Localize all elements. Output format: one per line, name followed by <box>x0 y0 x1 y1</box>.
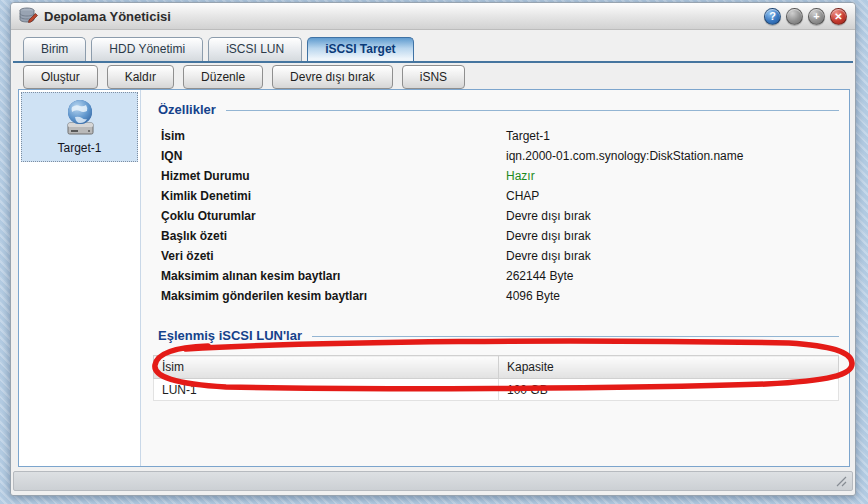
properties-heading-text: Özellikler <box>158 102 216 117</box>
property-value: 4096 Byte <box>506 289 560 303</box>
toolbar: Oluştur Kaldır Düzenle Devre dışı bırak … <box>13 61 853 90</box>
create-button[interactable]: Oluştur <box>23 65 98 89</box>
target-list-panel: Target-1 <box>19 90 141 466</box>
list-item-target-1[interactable]: Target-1 <box>21 92 138 162</box>
tab-strip: Birim HDD Yönetimi iSCSI LUN iSCSI Targe… <box>23 36 845 61</box>
mapped-lun-section-heading: Eşlenmiş iSCSI LUN'lar <box>158 328 839 343</box>
mapped-lun-heading-text: Eşlenmiş iSCSI LUN'lar <box>158 328 302 343</box>
window-title: Depolama Yöneticisi <box>44 9 171 24</box>
desktop-background: Depolama Yöneticisi ? + ✕ Birim HDD Yöne… <box>0 0 868 504</box>
property-value: Devre dışı bırak <box>506 229 591 243</box>
resize-grip[interactable] <box>834 475 848 487</box>
property-value: Devre dışı bırak <box>506 209 591 223</box>
window-titlebar[interactable]: Depolama Yöneticisi ? + ✕ <box>11 3 855 30</box>
property-label: Hizmet Durumu <box>161 169 506 183</box>
property-value: iqn.2000-01.com.synology:DiskStation.nam… <box>506 149 743 163</box>
mapped-lun-table: İsim Kapasite LUN-1 100 GB <box>153 355 839 401</box>
property-row: Maksimim alınan kesim baytları 262144 By… <box>153 266 839 286</box>
isns-button[interactable]: iSNS <box>402 65 465 89</box>
iscsi-target-icon <box>60 99 100 139</box>
property-row: Başlık özeti Devre dışı bırak <box>153 226 839 246</box>
lun-capacity-cell: 100 GB <box>499 379 839 401</box>
property-label: İsim <box>161 129 506 143</box>
properties-section-heading: Özellikler <box>158 102 839 117</box>
edit-button[interactable]: Düzenle <box>183 65 263 89</box>
target-detail-panel: Özellikler İsim Target-1 IQN iqn.2000-01… <box>141 90 849 466</box>
property-value: Devre dışı bırak <box>506 249 591 263</box>
property-label: Başlık özeti <box>161 229 506 243</box>
property-label: Maksimim gönderilen kesim baytları <box>161 289 506 303</box>
remove-button[interactable]: Kaldır <box>107 65 174 89</box>
service-status-value: Hazır <box>506 169 535 183</box>
column-header-capacity[interactable]: Kapasite <box>499 356 839 379</box>
help-button[interactable]: ? <box>764 8 781 25</box>
tab-iscsi-target[interactable]: iSCSI Target <box>307 37 413 61</box>
disable-button[interactable]: Devre dışı bırak <box>272 65 393 89</box>
property-value: 262144 Byte <box>506 269 573 283</box>
table-header-row: İsim Kapasite <box>154 356 839 379</box>
maximize-button[interactable]: + <box>808 8 825 25</box>
property-row: Maksimim gönderilen kesim baytları 4096 … <box>153 286 839 306</box>
status-bar <box>13 471 853 491</box>
minimize-button[interactable] <box>786 8 803 25</box>
property-row: IQN iqn.2000-01.com.synology:DiskStation… <box>153 146 839 166</box>
tab-birim[interactable]: Birim <box>23 37 86 61</box>
column-header-name[interactable]: İsim <box>154 356 499 379</box>
property-value: Target-1 <box>506 129 550 143</box>
close-button[interactable]: ✕ <box>830 8 847 25</box>
heading-rule <box>226 110 839 111</box>
property-label: Veri özeti <box>161 249 506 263</box>
target-item-label: Target-1 <box>57 141 101 155</box>
property-row: Veri özeti Devre dışı bırak <box>153 246 839 266</box>
property-value: CHAP <box>506 189 539 203</box>
storage-manager-icon <box>19 7 38 25</box>
window-controls: ? + ✕ <box>764 8 847 25</box>
property-row: Kimlik Denetimi CHAP <box>153 186 839 206</box>
property-row: İsim Target-1 <box>153 126 839 146</box>
table-row-lun-1[interactable]: LUN-1 100 GB <box>154 379 839 401</box>
tab-hdd-yonetimi[interactable]: HDD Yönetimi <box>91 37 203 61</box>
property-label: Kimlik Denetimi <box>161 189 506 203</box>
tab-iscsi-lun[interactable]: iSCSI LUN <box>208 37 302 61</box>
property-row: Hizmet Durumu Hazır <box>153 166 839 186</box>
lun-name-cell: LUN-1 <box>154 379 499 401</box>
property-row: Çoklu Oturumlar Devre dışı bırak <box>153 206 839 226</box>
storage-manager-window: Depolama Yöneticisi ? + ✕ Birim HDD Yöne… <box>10 2 856 496</box>
main-area: Target-1 Özellikler İsim Target-1 IQN <box>18 89 850 467</box>
property-label: Çoklu Oturumlar <box>161 209 506 223</box>
property-label: IQN <box>161 149 506 163</box>
property-label: Maksimim alınan kesim baytları <box>161 269 506 283</box>
properties-list: İsim Target-1 IQN iqn.2000-01.com.synolo… <box>153 126 839 306</box>
heading-rule <box>312 336 839 337</box>
